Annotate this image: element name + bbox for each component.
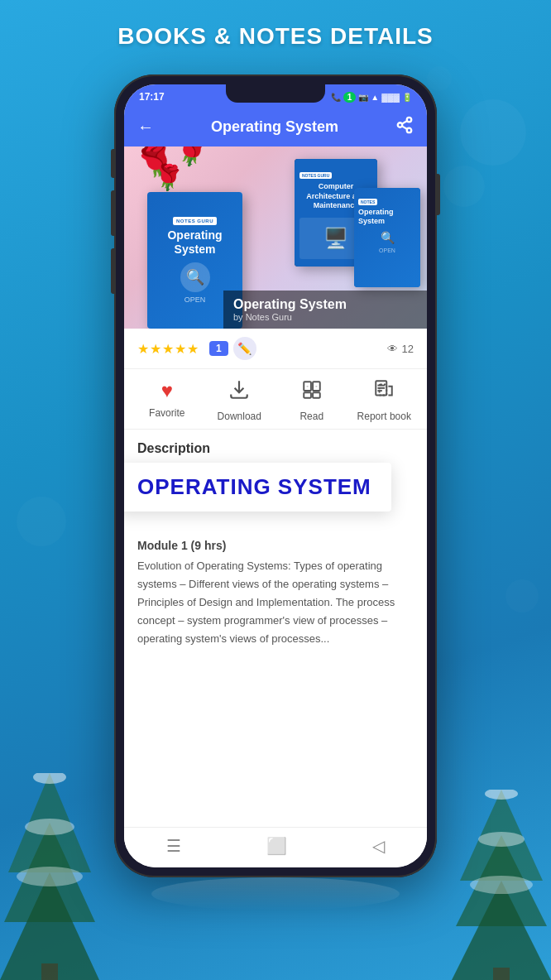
action-buttons-row: ♥ Favorite Download [124,369,427,430]
download-button[interactable]: Download [209,379,269,422]
heart-icon: ♥ [161,379,173,402]
signal-bars: ▓▓▓ [381,93,400,102]
phone-notch [226,84,325,103]
nav-title: Operating System [211,118,338,136]
read-label: Read [299,411,323,422]
third-book-cover: NOTES Operating System 🔍 OPEN [354,188,420,287]
report-label: Report book [357,411,411,422]
description-header: Description [124,430,427,463]
rating-badge: 1 [209,341,228,356]
share-button[interactable] [395,116,414,138]
nav-home-icon[interactable]: ⬜ [266,836,287,856]
book-cover-area: 🌹 🌹 🌹 NOTES GURU Computer Architecture a… [124,147,427,329]
svg-marker-2 [0,872,99,980]
book-cover-title: Operating System [154,228,236,257]
svg-point-16 [407,128,412,133]
phone-screen: 17:17 📞 1 📷 ▲ ▓▓▓ 🔋 ← Operating System [124,84,427,867]
svg-point-13 [470,876,533,894]
phone-body: 17:17 📞 1 📷 ▲ ▓▓▓ 🔋 ← Operating System [114,74,437,877]
read-button[interactable]: Read [282,379,342,422]
book-author: by Notes Guru [233,312,417,322]
favorite-button[interactable]: ♥ Favorite [137,379,197,422]
mute-button [111,149,114,178]
book-logo: NOTES GURU [173,217,217,225]
svg-point-14 [407,118,412,122]
page-title: BOOKS & NOTES DETAILS [0,0,551,66]
location-icon: ▲ [371,93,379,102]
svg-marker-9 [452,881,551,980]
download-icon [228,379,250,406]
battery-indicator: 🔋 [402,93,412,102]
book-main-title: Operating System [233,297,417,312]
volume-up-button [111,190,114,236]
power-button [437,174,440,215]
views-count: 👁 12 [387,343,414,355]
volume-down-button [111,248,114,294]
svg-line-18 [402,121,407,124]
book-info-overlay: Operating System by Notes Guru [223,291,427,329]
book-open-label: OPEN [184,295,206,304]
notification-badge: 1 [343,92,357,103]
read-icon [301,379,323,406]
report-button[interactable]: Report book [354,379,414,422]
phone-reflection [151,877,400,910]
svg-line-17 [402,126,407,129]
svg-point-15 [398,122,403,127]
download-label: Download [218,411,261,422]
svg-rect-24 [313,392,320,398]
nav-menu-icon[interactable]: ☰ [166,836,181,856]
status-icons: 📞 1 📷 ▲ ▓▓▓ 🔋 [331,92,412,103]
ratings-bar: ★★★★★ 1 ✏️ 👁 12 [124,329,427,369]
back-button[interactable]: ← [137,118,154,137]
phone-icon: 📞 [331,93,341,102]
big-title-box: OPERATING SYSTEM [124,463,391,512]
nav-back-icon[interactable]: ◁ [372,836,385,856]
status-time: 17:17 [139,91,165,103]
views-number: 12 [402,343,414,355]
svg-rect-23 [304,392,311,398]
bottom-nav: ☰ ⬜ ◁ [124,827,427,867]
top-nav: ← Operating System [124,108,427,147]
description-area: Description OPERATING SYSTEM Module 1 (9… [124,430,427,827]
report-icon [373,379,395,406]
favorite-label: Favorite [149,407,184,419]
book-cover-icon: 🔍 [180,262,210,292]
camera-icon: 📷 [358,93,368,102]
edit-rating-button[interactable]: ✏️ [233,337,256,360]
star-rating: ★★★★★ [137,341,199,357]
module-title: Module 1 (9 hrs) [124,536,427,557]
svg-rect-3 [41,963,58,980]
eye-icon: 👁 [387,343,398,355]
svg-rect-10 [493,968,510,980]
description-body: Evolution of Operating Systems: Types of… [124,557,427,648]
big-title-text: OPERATING SYSTEM [137,474,371,500]
phone-mockup: 17:17 📞 1 📷 ▲ ▓▓▓ 🔋 ← Operating System [0,66,551,877]
